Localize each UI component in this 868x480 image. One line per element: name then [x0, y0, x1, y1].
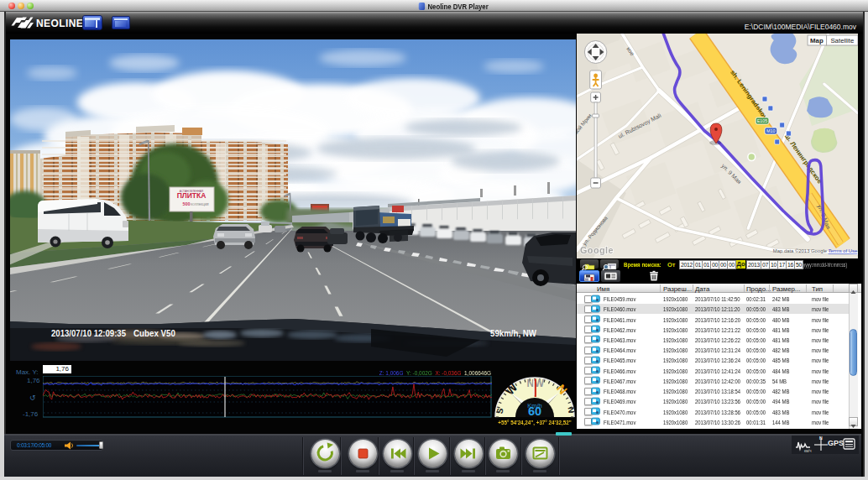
svg-text:E105: E105 — [757, 118, 768, 123]
svg-text:500: 500 — [182, 201, 190, 206]
svg-text:КОЛЛЕКЦИЙ: КОЛЛЕКЦИЙ — [191, 203, 209, 206]
svg-text:км/ч: км/ч — [804, 449, 812, 453]
svg-text:Cubex V50: Cubex V50 — [133, 328, 175, 338]
svg-text:Map data ©2013 Google -: Map data ©2013 Google - — [773, 248, 830, 253]
svg-text:2013/07/10 12:09:35: 2013/07/10 12:09:35 — [51, 328, 126, 338]
svg-text:Map: Map — [810, 37, 824, 44]
svg-text:Terms of Use: Terms of Use — [829, 248, 858, 253]
svg-text:Google: Google — [580, 245, 614, 255]
svg-text:Satellite: Satellite — [830, 37, 854, 44]
svg-text:59km/h, NW: 59km/h, NW — [490, 328, 536, 338]
svg-text:N: N — [819, 436, 823, 441]
svg-text:M10: M10 — [766, 128, 775, 133]
svg-text:60: 60 — [528, 404, 541, 418]
svg-text:N: N — [567, 406, 577, 414]
svg-text:АСТАНОВЛЕННАЯ: АСТАНОВЛЕННАЯ — [180, 190, 204, 193]
svg-text:NEOLINE: NEOLINE — [36, 18, 83, 29]
